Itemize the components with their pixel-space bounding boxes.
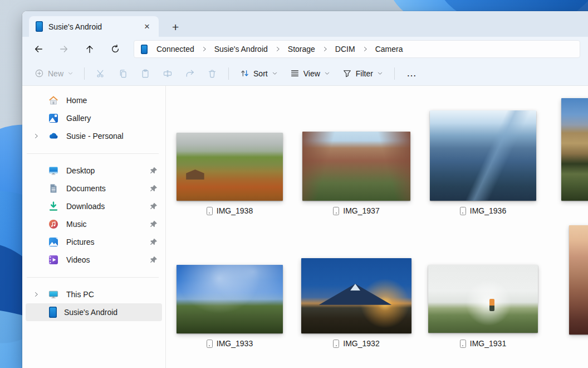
filter-button[interactable]: Filter: [336, 65, 389, 81]
pin-icon: [150, 256, 158, 264]
file-label-img-1936[interactable]: IMG_1936: [430, 205, 536, 216]
sort-button[interactable]: Sort: [234, 65, 284, 81]
sidebar-item-videos[interactable]: Videos: [26, 251, 162, 269]
chevron-down-icon: [272, 70, 278, 76]
toolbar-divider: [84, 67, 85, 80]
photo-thumbnail-img-1931[interactable]: [428, 265, 538, 333]
chevron-down-icon: [67, 70, 74, 76]
paste-button[interactable]: [134, 64, 156, 83]
file-label-img-1937[interactable]: IMG_1937: [302, 205, 410, 216]
photo-thumbnail-img-1938[interactable]: [177, 133, 283, 201]
desktop-icon: [48, 165, 59, 176]
sort-arrows-icon: [240, 69, 249, 78]
phone-file-icon: [460, 207, 466, 215]
address-bar[interactable]: Connected Susie's Android Storage DCIM C…: [134, 40, 580, 58]
sidebar-item-music[interactable]: Music: [26, 215, 162, 233]
cut-button[interactable]: [90, 64, 112, 83]
videos-icon: [48, 254, 59, 265]
scissors-icon: [96, 69, 106, 79]
new-tab-button[interactable]: +: [172, 21, 179, 37]
command-toolbar: New Sort View: [22, 61, 588, 86]
close-tab-icon[interactable]: ×: [142, 22, 152, 31]
gallery-icon: [48, 113, 59, 124]
tab-strip: Susie's Android × +: [22, 11, 588, 37]
copy-icon: [118, 69, 128, 79]
pin-icon: [150, 185, 158, 192]
sidebar-item-pictures[interactable]: Pictures: [26, 233, 162, 251]
sidebar-item-label: Music: [66, 220, 87, 229]
chevron-down-icon: [377, 70, 383, 76]
sidebar-item-desktop[interactable]: Desktop: [26, 162, 162, 180]
music-icon: [48, 219, 59, 230]
file-name: IMG_1936: [470, 206, 506, 215]
sidebar-divider: [27, 153, 159, 154]
file-label-img-1933[interactable]: IMG_1933: [177, 338, 283, 349]
sidebar-item-label: Susie's Android: [64, 308, 117, 317]
forward-button[interactable]: [51, 40, 77, 59]
pin-icon: [150, 202, 158, 210]
breadcrumb-susies-android[interactable]: Susie's Android: [209, 42, 273, 56]
breadcrumb-connected[interactable]: Connected: [151, 42, 200, 56]
file-explorer-window: Susie's Android × + Connected Susie's An…: [22, 11, 588, 368]
photo-thumbnail-img-1936[interactable]: [430, 110, 536, 201]
rename-button[interactable]: [156, 64, 179, 83]
sidebar-item-downloads[interactable]: Downloads: [26, 197, 162, 215]
sidebar-item-onedrive-personal[interactable]: Susie - Personal: [26, 127, 162, 145]
trash-icon: [207, 69, 217, 79]
home-icon: [48, 95, 59, 106]
sidebar-item-susies-android[interactable]: Susie's Android: [26, 303, 162, 321]
file-name: IMG_1938: [217, 206, 253, 215]
filter-funnel-icon: [342, 69, 352, 78]
sidebar-item-home[interactable]: Home: [26, 91, 162, 109]
sidebar-item-label: Pictures: [66, 238, 95, 246]
clipboard-icon: [140, 69, 150, 79]
back-button[interactable]: [26, 40, 51, 59]
phone-file-icon: [207, 340, 213, 348]
more-options-button[interactable]: …: [400, 65, 424, 81]
chevron-right-icon: [361, 46, 370, 52]
sidebar-item-documents[interactable]: Documents: [26, 180, 162, 197]
file-label-img-1938[interactable]: IMG_1938: [177, 205, 283, 216]
sidebar-item-label: Desktop: [66, 166, 95, 175]
phone-icon: [141, 45, 148, 54]
photo-thumbnail-img-1932[interactable]: [301, 258, 411, 333]
sidebar-item-gallery[interactable]: Gallery: [26, 109, 162, 127]
view-button[interactable]: View: [284, 65, 336, 81]
sidebar-item-label: Documents: [66, 184, 106, 193]
sidebar-item-this-pc[interactable]: This PC: [26, 285, 162, 303]
file-label-img-1931[interactable]: IMG_1931: [428, 338, 538, 349]
photo-thumbnail-img-1937[interactable]: [302, 132, 410, 201]
documents-icon: [48, 183, 59, 194]
chevron-right-icon[interactable]: [33, 291, 40, 298]
share-icon: [185, 69, 195, 79]
share-button[interactable]: [179, 64, 201, 83]
photo-thumbnail-partial-right-top[interactable]: [561, 98, 588, 201]
breadcrumb-camera[interactable]: Camera: [370, 42, 409, 56]
photo-thumbnail-img-1933[interactable]: [177, 265, 283, 333]
filter-button-label: Filter: [356, 69, 373, 78]
sidebar-item-label: Susie - Personal: [66, 132, 124, 141]
phone-file-icon: [333, 207, 339, 215]
navigation-sidebar: Home Gallery Susie - Personal Desktop: [22, 86, 166, 368]
new-button[interactable]: New: [29, 65, 79, 81]
sidebar-item-label: Videos: [66, 255, 90, 264]
breadcrumb-storage[interactable]: Storage: [282, 42, 321, 56]
phone-file-icon: [460, 340, 466, 348]
chevron-right-icon[interactable]: [33, 133, 40, 139]
navigation-bar: Connected Susie's Android Storage DCIM C…: [22, 37, 588, 61]
copy-button[interactable]: [112, 64, 134, 83]
sidebar-item-label: Home: [66, 96, 87, 105]
toolbar-divider: [394, 67, 395, 80]
refresh-button[interactable]: [102, 40, 128, 59]
file-name: IMG_1937: [343, 206, 379, 215]
up-button[interactable]: [77, 40, 102, 59]
tab-susies-android[interactable]: Susie's Android ×: [29, 16, 159, 37]
photo-thumbnail-partial-right-bottom[interactable]: [569, 225, 588, 335]
new-button-label: New: [48, 69, 63, 78]
chevron-right-icon: [273, 46, 282, 52]
forward-arrow-icon: [59, 44, 69, 54]
delete-button[interactable]: [201, 64, 223, 83]
this-pc-icon: [48, 289, 59, 300]
breadcrumb-dcim[interactable]: DCIM: [330, 42, 361, 56]
file-label-img-1932[interactable]: IMG_1932: [301, 338, 411, 349]
